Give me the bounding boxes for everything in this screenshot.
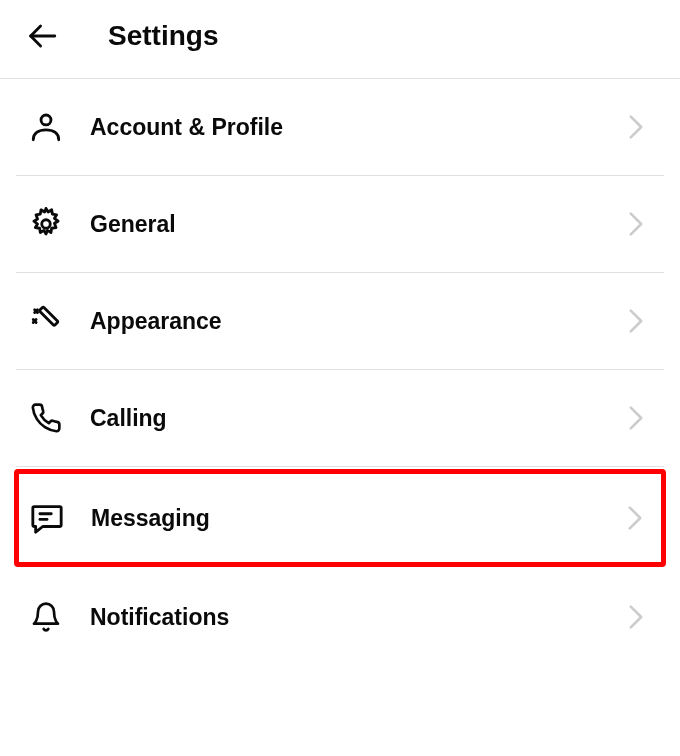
chevron-right-icon (626, 408, 646, 428)
arrow-left-icon (25, 19, 59, 53)
settings-item-label: Appearance (90, 308, 626, 335)
person-icon (26, 107, 66, 147)
phone-icon (26, 398, 66, 438)
svg-point-1 (41, 115, 51, 125)
svg-line-7 (33, 320, 36, 323)
chevron-right-icon (626, 607, 646, 627)
settings-item-label: Notifications (90, 604, 626, 631)
settings-item-label: General (90, 211, 626, 238)
settings-item-general[interactable]: General (16, 176, 664, 273)
svg-line-5 (35, 310, 38, 313)
bell-icon (26, 597, 66, 637)
settings-item-label: Account & Profile (90, 114, 626, 141)
chevron-right-icon (626, 214, 646, 234)
settings-item-calling[interactable]: Calling (16, 370, 664, 467)
settings-item-account-profile[interactable]: Account & Profile (16, 79, 664, 176)
message-icon (27, 498, 67, 538)
chevron-right-icon (626, 311, 646, 331)
settings-item-label: Calling (90, 405, 626, 432)
settings-item-notifications[interactable]: Notifications (16, 569, 664, 665)
page-title: Settings (108, 20, 218, 52)
settings-item-appearance[interactable]: Appearance (16, 273, 664, 370)
settings-item-label: Messaging (91, 505, 625, 532)
settings-list: Account & Profile General (0, 79, 680, 665)
svg-rect-3 (39, 307, 58, 326)
chevron-right-icon (626, 117, 646, 137)
wand-icon (26, 301, 66, 341)
header: Settings (0, 0, 680, 79)
gear-icon (26, 204, 66, 244)
settings-item-messaging[interactable]: Messaging (14, 469, 666, 567)
chevron-right-icon (625, 508, 645, 528)
svg-point-2 (42, 220, 51, 229)
back-button[interactable] (24, 18, 60, 54)
